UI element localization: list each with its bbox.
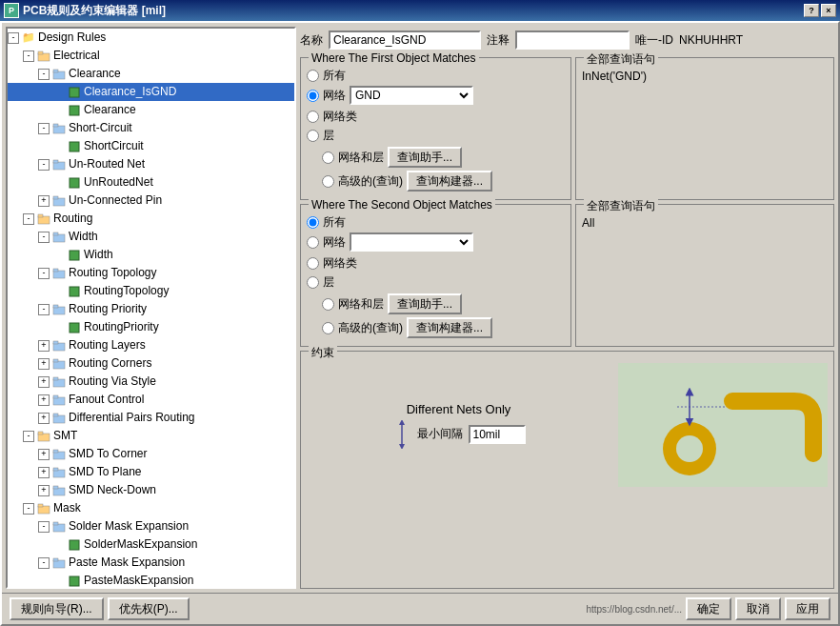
comment-input[interactable] [515,30,630,50]
second-query-helper-btn[interactable]: 查询助手... [388,293,462,314]
first-query-builder-btn[interactable]: 查询构建器... [407,171,492,192]
tree-item-width[interactable]: -Width [8,228,294,246]
tree-expand-icon[interactable]: - [38,69,50,80]
tree-item-routing-via-style[interactable]: +Routing Via Style [8,373,294,391]
folder-icon [51,302,67,317]
tree-item-unrouted-net[interactable]: UnRoutedNet [8,173,294,192]
first-advanced-row: 高级的(查询) 查询构建器... [322,171,565,192]
tree-label: Clearance [69,66,121,82]
tree-item-smd-to-corner[interactable]: +SMD To Corner [8,445,294,463]
tree-item-width-rule[interactable]: Width [8,246,294,264]
tree-expand-icon[interactable]: - [23,50,34,62]
tree-expand-icon[interactable]: - [38,521,50,533]
folder-icon [36,212,51,227]
cancel-button[interactable]: 取消 [735,597,781,620]
first-layer-radio[interactable] [307,130,319,142]
close-button[interactable]: × [821,4,836,17]
tree-item-fanout-control[interactable]: +Fanout Control [8,391,294,409]
second-layer-radio[interactable] [307,276,319,289]
first-netlayer-radio[interactable] [322,151,334,164]
first-all-radio[interactable] [307,70,319,82]
tree-label: Fanout Control [69,392,144,408]
tree-item-electrical[interactable]: -Electrical [8,47,294,65]
tree-expand-icon[interactable]: - [38,123,50,134]
tree-item-smd-to-plane[interactable]: +SMD To Plane [8,463,294,481]
tree-item-paste-mask-exp[interactable]: -Paste Mask Expansion [8,554,294,572]
folder-icon [51,121,67,136]
tree-item-solder-mask-exp[interactable]: -Solder Mask Expansion [8,517,294,535]
tree-expand-icon[interactable]: + [38,467,50,478]
second-net-select[interactable] [350,232,473,252]
tree-item-clearance[interactable]: Clearance [8,101,294,119]
tree-item-un-connected-pin[interactable]: +Un-Connected Pin [8,192,294,210]
tree-expand-icon[interactable]: - [23,431,34,442]
name-input[interactable] [329,30,481,50]
tree-item-design-rules[interactable]: -📁Design Rules [8,29,294,47]
tree-expand-icon[interactable]: + [38,485,50,496]
tree-item-smd-neck-down[interactable]: +SMD Neck-Down [8,481,294,499]
second-net-radio[interactable] [307,236,319,249]
tree-item-mask[interactable]: -Mask [8,499,294,517]
second-netlayer-radio[interactable] [322,298,334,311]
tree-expand-icon[interactable]: - [38,268,50,279]
help-button[interactable]: ? [804,4,819,17]
tree-expand-icon[interactable]: - [38,557,50,569]
rule-icon [67,284,82,299]
tree-item-diff-pairs[interactable]: +Differential Pairs Routing [8,409,294,427]
svg-rect-4 [70,88,79,97]
url-bar: https://blog.csdn.net/... [586,604,682,615]
first-netclass-radio[interactable] [307,111,319,123]
tree-expand-icon[interactable]: - [23,503,34,515]
main-window: -📁Design Rules-Electrical-ClearanceClear… [0,21,840,626]
tree-expand-icon[interactable]: + [38,449,50,460]
min-clearance-input[interactable] [469,425,526,444]
tree-expand-icon[interactable]: + [38,413,50,424]
tree-expand-icon[interactable]: + [38,340,50,352]
ok-button[interactable]: 确定 [686,597,731,620]
bottom-left: 规则向导(R)... 优先权(P)... [10,597,190,620]
tree-item-clearance-isgnd[interactable]: Clearance_IsGND [8,83,294,101]
svg-rect-10 [53,160,58,163]
tree-item-solder-mask-exp-rule[interactable]: SolderMaskExpansion [8,535,294,554]
tree-expand-icon[interactable]: - [38,304,50,315]
tree-expand-icon[interactable]: - [8,32,19,44]
second-all-radio[interactable] [307,216,319,229]
first-net-radio[interactable] [307,90,319,102]
tree-item-routing-priority-rule[interactable]: RoutingPriority [8,318,294,336]
tree-expand-icon[interactable]: + [38,394,50,406]
tree-expand-icon[interactable]: + [38,195,50,207]
first-query-helper-btn[interactable]: 查询助手... [388,147,462,168]
tree-item-short-circuit[interactable]: -Short-Circuit [8,119,294,137]
first-layer-label: 层 [323,128,334,144]
min-clearance-label: 最小间隔 [417,426,463,442]
first-advanced-radio[interactable] [322,175,334,188]
tree-item-routing-topology-rule[interactable]: RoutingTopology [8,282,294,300]
tree-item-smt[interactable]: -SMT [8,427,294,445]
tree-item-routing-topology[interactable]: -Routing Topology [8,264,294,282]
tree-panel[interactable]: -📁Design Rules-Electrical-ClearanceClear… [6,27,296,589]
tree-item-un-routed-net[interactable]: -Un-Routed Net [8,155,294,173]
second-query-builder-btn[interactable]: 查询构建器... [407,317,492,338]
second-advanced-radio[interactable] [322,322,334,334]
tree-item-routing[interactable]: -Routing [8,210,294,228]
tree-expand-icon[interactable]: + [38,358,50,370]
tree-expand-icon[interactable]: - [38,159,50,171]
tree-item-paste-mask-exp-rule[interactable]: PasteMaskExpansion [8,572,294,589]
tree-expand-icon[interactable]: - [38,232,50,243]
tree-expand-icon[interactable]: - [23,213,34,225]
right-panel: 名称 注释 唯一-ID NKHUHHRT Where The First Obj… [300,27,834,589]
wizard-button[interactable]: 规则向导(R)... [10,597,104,620]
tree-item-routing-corners[interactable]: +Routing Corners [8,354,294,373]
first-net-select[interactable]: GND [350,86,473,105]
tree-item-routing-layers[interactable]: +Routing Layers [8,336,294,354]
tree-expand-icon[interactable]: + [38,376,50,388]
tree-item-clearance-cat[interactable]: -Clearance [8,65,294,83]
second-query-legend: 全部查询语句 [584,198,658,214]
priority-button[interactable]: 优先权(P)... [108,597,190,620]
svg-rect-62 [618,363,828,487]
apply-button[interactable]: 应用 [785,597,830,620]
tree-item-short-circuit-rule[interactable]: ShortCircuit [8,137,294,155]
second-netclass-label: 网络类 [323,255,357,272]
tree-item-routing-priority[interactable]: -Routing Priority [8,300,294,318]
second-netclass-radio[interactable] [307,257,319,270]
